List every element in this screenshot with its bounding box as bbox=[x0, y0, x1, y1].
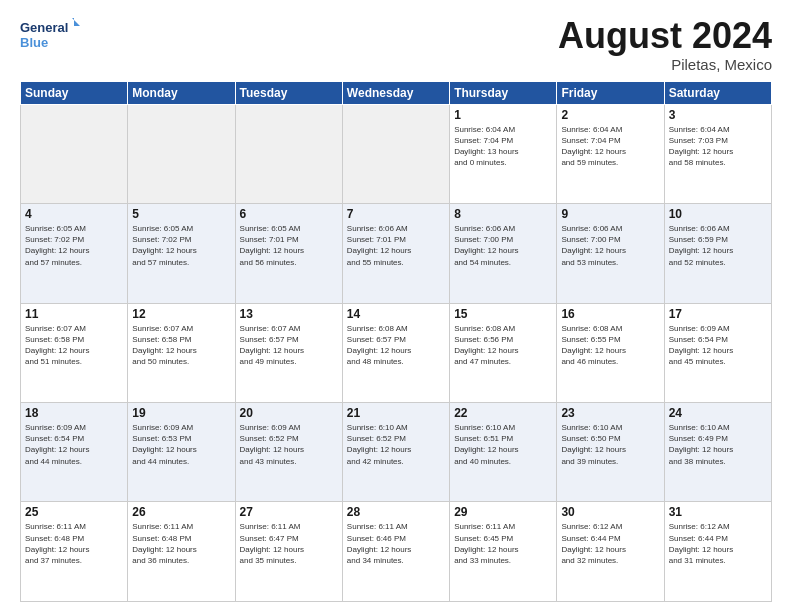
table-cell: 28Sunrise: 6:11 AM Sunset: 6:46 PM Dayli… bbox=[342, 502, 449, 602]
svg-text:General: General bbox=[20, 20, 68, 35]
month-title: August 2024 bbox=[558, 16, 772, 56]
col-saturday: Saturday bbox=[664, 81, 771, 104]
table-cell: 14Sunrise: 6:08 AM Sunset: 6:57 PM Dayli… bbox=[342, 303, 449, 402]
day-number: 22 bbox=[454, 406, 552, 420]
day-info: Sunrise: 6:12 AM Sunset: 6:44 PM Dayligh… bbox=[669, 521, 767, 566]
table-cell: 18Sunrise: 6:09 AM Sunset: 6:54 PM Dayli… bbox=[21, 403, 128, 502]
day-number: 15 bbox=[454, 307, 552, 321]
col-monday: Monday bbox=[128, 81, 235, 104]
day-number: 18 bbox=[25, 406, 123, 420]
svg-text:Blue: Blue bbox=[20, 35, 48, 50]
day-number: 10 bbox=[669, 207, 767, 221]
day-info: Sunrise: 6:06 AM Sunset: 6:59 PM Dayligh… bbox=[669, 223, 767, 268]
day-info: Sunrise: 6:09 AM Sunset: 6:53 PM Dayligh… bbox=[132, 422, 230, 467]
day-number: 14 bbox=[347, 307, 445, 321]
table-cell bbox=[342, 104, 449, 203]
day-number: 25 bbox=[25, 505, 123, 519]
svg-marker-2 bbox=[72, 18, 80, 26]
day-number: 29 bbox=[454, 505, 552, 519]
day-info: Sunrise: 6:04 AM Sunset: 7:04 PM Dayligh… bbox=[561, 124, 659, 169]
table-cell: 1Sunrise: 6:04 AM Sunset: 7:04 PM Daylig… bbox=[450, 104, 557, 203]
table-cell: 30Sunrise: 6:12 AM Sunset: 6:44 PM Dayli… bbox=[557, 502, 664, 602]
day-info: Sunrise: 6:06 AM Sunset: 7:00 PM Dayligh… bbox=[561, 223, 659, 268]
table-cell: 17Sunrise: 6:09 AM Sunset: 6:54 PM Dayli… bbox=[664, 303, 771, 402]
day-info: Sunrise: 6:11 AM Sunset: 6:48 PM Dayligh… bbox=[25, 521, 123, 566]
day-info: Sunrise: 6:10 AM Sunset: 6:51 PM Dayligh… bbox=[454, 422, 552, 467]
table-cell: 8Sunrise: 6:06 AM Sunset: 7:00 PM Daylig… bbox=[450, 204, 557, 303]
day-number: 3 bbox=[669, 108, 767, 122]
day-number: 28 bbox=[347, 505, 445, 519]
table-cell: 31Sunrise: 6:12 AM Sunset: 6:44 PM Dayli… bbox=[664, 502, 771, 602]
day-info: Sunrise: 6:09 AM Sunset: 6:54 PM Dayligh… bbox=[25, 422, 123, 467]
day-info: Sunrise: 6:05 AM Sunset: 7:02 PM Dayligh… bbox=[25, 223, 123, 268]
day-info: Sunrise: 6:07 AM Sunset: 6:58 PM Dayligh… bbox=[25, 323, 123, 368]
day-number: 20 bbox=[240, 406, 338, 420]
day-number: 4 bbox=[25, 207, 123, 221]
col-friday: Friday bbox=[557, 81, 664, 104]
table-cell: 13Sunrise: 6:07 AM Sunset: 6:57 PM Dayli… bbox=[235, 303, 342, 402]
day-number: 12 bbox=[132, 307, 230, 321]
day-number: 30 bbox=[561, 505, 659, 519]
week-row-2: 4Sunrise: 6:05 AM Sunset: 7:02 PM Daylig… bbox=[21, 204, 772, 303]
day-number: 2 bbox=[561, 108, 659, 122]
day-info: Sunrise: 6:04 AM Sunset: 7:03 PM Dayligh… bbox=[669, 124, 767, 169]
title-area: August 2024 Piletas, Mexico bbox=[558, 16, 772, 73]
table-cell: 29Sunrise: 6:11 AM Sunset: 6:45 PM Dayli… bbox=[450, 502, 557, 602]
table-cell: 26Sunrise: 6:11 AM Sunset: 6:48 PM Dayli… bbox=[128, 502, 235, 602]
table-cell: 10Sunrise: 6:06 AM Sunset: 6:59 PM Dayli… bbox=[664, 204, 771, 303]
day-number: 1 bbox=[454, 108, 552, 122]
day-number: 17 bbox=[669, 307, 767, 321]
day-number: 26 bbox=[132, 505, 230, 519]
day-number: 31 bbox=[669, 505, 767, 519]
col-sunday: Sunday bbox=[21, 81, 128, 104]
day-info: Sunrise: 6:05 AM Sunset: 7:01 PM Dayligh… bbox=[240, 223, 338, 268]
day-info: Sunrise: 6:06 AM Sunset: 7:00 PM Dayligh… bbox=[454, 223, 552, 268]
day-number: 11 bbox=[25, 307, 123, 321]
day-info: Sunrise: 6:11 AM Sunset: 6:46 PM Dayligh… bbox=[347, 521, 445, 566]
day-info: Sunrise: 6:04 AM Sunset: 7:04 PM Dayligh… bbox=[454, 124, 552, 169]
day-info: Sunrise: 6:06 AM Sunset: 7:01 PM Dayligh… bbox=[347, 223, 445, 268]
location: Piletas, Mexico bbox=[558, 56, 772, 73]
table-cell bbox=[128, 104, 235, 203]
week-row-4: 18Sunrise: 6:09 AM Sunset: 6:54 PM Dayli… bbox=[21, 403, 772, 502]
table-cell: 24Sunrise: 6:10 AM Sunset: 6:49 PM Dayli… bbox=[664, 403, 771, 502]
day-info: Sunrise: 6:08 AM Sunset: 6:55 PM Dayligh… bbox=[561, 323, 659, 368]
day-number: 19 bbox=[132, 406, 230, 420]
day-info: Sunrise: 6:07 AM Sunset: 6:58 PM Dayligh… bbox=[132, 323, 230, 368]
table-cell: 25Sunrise: 6:11 AM Sunset: 6:48 PM Dayli… bbox=[21, 502, 128, 602]
header: General Blue August 2024 Piletas, Mexico bbox=[20, 16, 772, 73]
day-info: Sunrise: 6:09 AM Sunset: 6:54 PM Dayligh… bbox=[669, 323, 767, 368]
week-row-1: 1Sunrise: 6:04 AM Sunset: 7:04 PM Daylig… bbox=[21, 104, 772, 203]
day-number: 9 bbox=[561, 207, 659, 221]
day-number: 8 bbox=[454, 207, 552, 221]
day-info: Sunrise: 6:12 AM Sunset: 6:44 PM Dayligh… bbox=[561, 521, 659, 566]
week-row-5: 25Sunrise: 6:11 AM Sunset: 6:48 PM Dayli… bbox=[21, 502, 772, 602]
table-cell: 11Sunrise: 6:07 AM Sunset: 6:58 PM Dayli… bbox=[21, 303, 128, 402]
table-cell: 7Sunrise: 6:06 AM Sunset: 7:01 PM Daylig… bbox=[342, 204, 449, 303]
table-cell: 9Sunrise: 6:06 AM Sunset: 7:00 PM Daylig… bbox=[557, 204, 664, 303]
table-cell: 16Sunrise: 6:08 AM Sunset: 6:55 PM Dayli… bbox=[557, 303, 664, 402]
day-info: Sunrise: 6:11 AM Sunset: 6:48 PM Dayligh… bbox=[132, 521, 230, 566]
calendar-table: Sunday Monday Tuesday Wednesday Thursday… bbox=[20, 81, 772, 602]
logo: General Blue bbox=[20, 16, 80, 52]
logo-svg: General Blue bbox=[20, 16, 80, 52]
day-info: Sunrise: 6:08 AM Sunset: 6:56 PM Dayligh… bbox=[454, 323, 552, 368]
table-cell: 20Sunrise: 6:09 AM Sunset: 6:52 PM Dayli… bbox=[235, 403, 342, 502]
day-number: 13 bbox=[240, 307, 338, 321]
day-number: 27 bbox=[240, 505, 338, 519]
calendar-page: General Blue August 2024 Piletas, Mexico… bbox=[0, 0, 792, 612]
day-info: Sunrise: 6:10 AM Sunset: 6:50 PM Dayligh… bbox=[561, 422, 659, 467]
day-number: 5 bbox=[132, 207, 230, 221]
table-cell: 15Sunrise: 6:08 AM Sunset: 6:56 PM Dayli… bbox=[450, 303, 557, 402]
table-cell: 3Sunrise: 6:04 AM Sunset: 7:03 PM Daylig… bbox=[664, 104, 771, 203]
day-info: Sunrise: 6:11 AM Sunset: 6:47 PM Dayligh… bbox=[240, 521, 338, 566]
day-number: 24 bbox=[669, 406, 767, 420]
day-info: Sunrise: 6:10 AM Sunset: 6:49 PM Dayligh… bbox=[669, 422, 767, 467]
day-number: 16 bbox=[561, 307, 659, 321]
table-cell: 4Sunrise: 6:05 AM Sunset: 7:02 PM Daylig… bbox=[21, 204, 128, 303]
table-cell: 27Sunrise: 6:11 AM Sunset: 6:47 PM Dayli… bbox=[235, 502, 342, 602]
header-row: Sunday Monday Tuesday Wednesday Thursday… bbox=[21, 81, 772, 104]
day-number: 23 bbox=[561, 406, 659, 420]
table-cell bbox=[21, 104, 128, 203]
day-info: Sunrise: 6:11 AM Sunset: 6:45 PM Dayligh… bbox=[454, 521, 552, 566]
